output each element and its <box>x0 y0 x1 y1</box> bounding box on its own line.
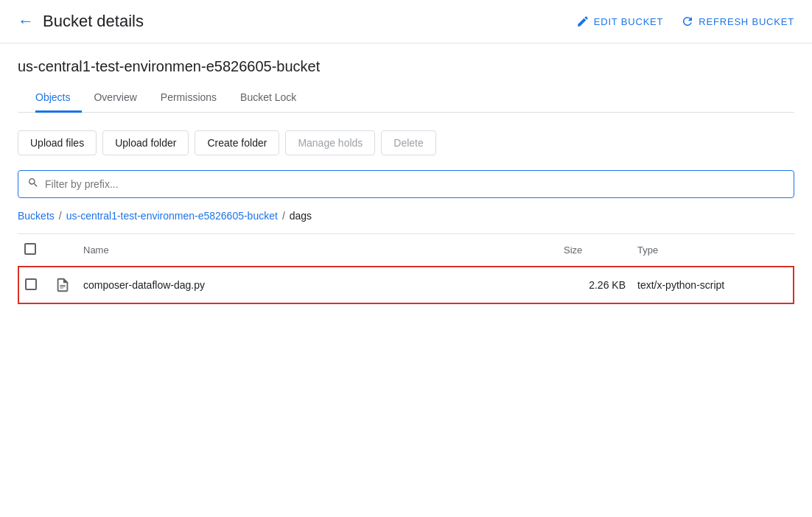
create-folder-button[interactable]: Create folder <box>195 130 279 155</box>
breadcrumb-buckets-link[interactable]: Buckets <box>18 210 55 222</box>
th-size: Size <box>558 234 631 267</box>
th-icon <box>48 234 77 267</box>
filter-container <box>18 170 794 198</box>
upload-files-button[interactable]: Upload files <box>18 130 97 155</box>
breadcrumb-sep-1: / <box>59 210 62 222</box>
row-icon-cell <box>48 267 77 303</box>
upload-folder-button[interactable]: Upload folder <box>102 130 189 155</box>
edit-bucket-label: EDIT BUCKET <box>594 16 664 27</box>
edit-bucket-button[interactable]: EDIT BUCKET <box>576 15 664 28</box>
back-icon: ← <box>18 12 34 31</box>
th-checkbox <box>18 234 48 267</box>
back-button[interactable]: ← <box>18 12 34 31</box>
tabs-bar: Objects Overview Permissions Bucket Lock <box>18 84 794 113</box>
row-size-cell: 2.26 KB <box>558 267 631 303</box>
table-header-row: Name Size Type <box>18 234 794 267</box>
breadcrumb-bucket-link[interactable]: us-central1-test-environmen-e5826605-buc… <box>66 210 278 222</box>
tab-permissions[interactable]: Permissions <box>149 84 228 113</box>
content-area: Upload files Upload folder Create folder… <box>0 113 812 322</box>
search-icon <box>27 177 39 191</box>
breadcrumb-current: dags <box>290 210 312 222</box>
header-actions: EDIT BUCKET REFRESH BUCKET <box>576 15 794 28</box>
tab-overview[interactable]: Overview <box>82 84 148 113</box>
edit-icon <box>576 15 589 28</box>
header-checkbox[interactable] <box>24 243 36 255</box>
tab-objects[interactable]: Objects <box>35 84 82 113</box>
page-header: ← Bucket details EDIT BUCKET REFRESH BUC… <box>0 0 812 43</box>
delete-button[interactable]: Delete <box>381 130 435 155</box>
page-title: Bucket details <box>43 12 576 31</box>
manage-holds-button[interactable]: Manage holds <box>285 130 375 155</box>
bucket-name: us-central1-test-environmen-e5826605-buc… <box>18 58 794 75</box>
row-checkbox-cell <box>18 267 48 303</box>
row-type-cell: text/x-python-script <box>631 267 794 303</box>
table-row[interactable]: composer-dataflow-dag.py 2.26 KB text/x-… <box>18 267 794 303</box>
breadcrumb-sep-2: / <box>282 210 285 222</box>
refresh-bucket-button[interactable]: REFRESH BUCKET <box>681 15 794 28</box>
tab-bucket-lock[interactable]: Bucket Lock <box>228 84 308 113</box>
file-icon <box>54 276 71 294</box>
th-name: Name <box>77 234 558 267</box>
filter-input[interactable] <box>45 178 785 190</box>
bucket-name-section: us-central1-test-environmen-e5826605-buc… <box>0 43 812 113</box>
th-type: Type <box>631 234 794 267</box>
breadcrumb: Buckets / us-central1-test-environmen-e5… <box>18 210 794 222</box>
refresh-bucket-label: REFRESH BUCKET <box>699 16 794 27</box>
row-name-cell: composer-dataflow-dag.py <box>77 267 558 303</box>
row-checkbox[interactable] <box>25 278 37 290</box>
file-table: Name Size Type composer-dataflow-dag.py <box>18 234 794 304</box>
refresh-icon <box>681 15 694 28</box>
action-buttons-row: Upload files Upload folder Create folder… <box>18 130 794 155</box>
